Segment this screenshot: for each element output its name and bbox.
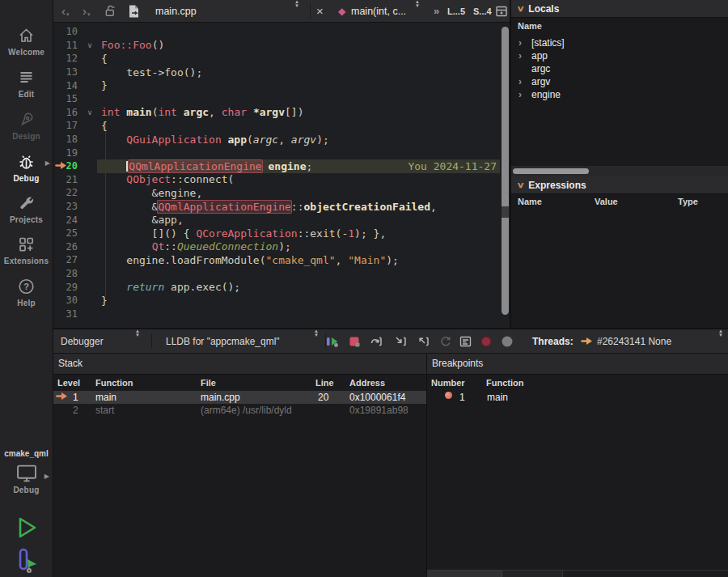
column-header[interactable]: Number [431, 378, 465, 388]
code-line[interactable]: 13 test->foo(); [53, 66, 510, 79]
scroll-segment[interactable] [427, 571, 502, 577]
engine-dropdown-arrows-icon[interactable]: ▲▼ [314, 329, 319, 353]
nav-forward-button[interactable]: › ▾ [83, 0, 91, 22]
code-editor[interactable]: 1011∨Foo::Foo()12{13 test->foo();14}1516… [53, 23, 510, 328]
code-line[interactable]: 20 QQmlApplicationEngine engine;You 2024… [53, 159, 510, 173]
locals-item[interactable]: ›[statics] [511, 36, 728, 49]
debugger-engine-select[interactable]: LLDB for "appcmake_qml" [166, 329, 280, 353]
code-line[interactable]: 22 &engine, [53, 186, 510, 200]
document-type-button[interactable] [126, 0, 141, 22]
line-number[interactable]: 27 [53, 254, 83, 265]
locals-hscrollbar[interactable] [511, 166, 728, 176]
file-dropdown-arrows-icon[interactable]: ▲▼ [294, 0, 299, 22]
line-number[interactable]: 28 [53, 268, 83, 279]
sidebar-item-debug[interactable]: Debug ▶ [0, 152, 53, 183]
debug-context-caret-icon[interactable]: ▶ [45, 159, 50, 167]
line-number[interactable]: 10 [53, 26, 83, 37]
locals-header[interactable]: ∨ Locals [511, 0, 728, 18]
locals-item[interactable]: argc [511, 62, 728, 75]
line-number[interactable]: 13 [53, 66, 83, 78]
code-line[interactable]: 15 [53, 92, 510, 106]
kit-selector[interactable]: Debug ▶ [0, 463, 53, 494]
kit-caret-icon[interactable]: ▶ [44, 473, 49, 480]
code-line[interactable]: 18 QGuiApplication app(argc, argv); [53, 133, 510, 146]
line-number[interactable]: 29 [53, 282, 83, 293]
line-number[interactable]: 18 [53, 134, 83, 145]
code-line[interactable]: 12{ [53, 52, 510, 66]
column-header[interactable]: Function [486, 378, 523, 388]
record-button[interactable] [478, 329, 494, 353]
code-line[interactable]: 19 [53, 146, 510, 159]
close-document-button[interactable]: × [316, 0, 324, 22]
stack-frame-row[interactable]: 2start(arm64e) /usr/lib/dyld0x19891ab98 [53, 404, 426, 417]
thread-select[interactable]: #26243141 None [597, 329, 671, 353]
line-number[interactable]: 17 [53, 120, 83, 131]
line-number[interactable]: 23 [53, 201, 83, 212]
hscrollbar-thumb[interactable] [513, 168, 589, 174]
line-number[interactable]: 30 [53, 295, 83, 306]
start-debug-button[interactable] [0, 547, 53, 575]
current-symbol[interactable]: main(int, c... [351, 0, 406, 22]
column-header[interactable]: Address [349, 378, 385, 388]
locals-item[interactable]: ›app [511, 49, 728, 62]
code-line[interactable]: 14} [53, 78, 510, 92]
code-line[interactable]: 11∨Foo::Foo() [53, 39, 510, 53]
line-number[interactable]: 16 [53, 107, 83, 118]
thread-dropdown-arrows-icon[interactable]: ▲▼ [718, 329, 723, 353]
line-number[interactable]: 15 [53, 93, 83, 104]
stack-frame-row[interactable]: 1mainmain.cpp200x1000061f4 [53, 391, 426, 404]
code-line[interactable]: 21 QObject::connect( [53, 173, 510, 187]
line-number[interactable]: 11 [53, 40, 83, 51]
fold-marker-icon[interactable]: ∨ [83, 108, 97, 117]
column-header[interactable]: Level [57, 378, 80, 388]
mode-dropdown-arrows-icon[interactable]: ▲▼ [135, 329, 140, 353]
snapshot-button[interactable] [499, 329, 515, 353]
line-number[interactable]: 31 [53, 308, 83, 320]
line-number[interactable]: 26 [53, 241, 83, 252]
column-header[interactable]: Name [518, 21, 542, 31]
step-out-button[interactable] [415, 329, 431, 353]
toolbar-overflow-button[interactable]: » [434, 0, 439, 22]
code-line[interactable]: 25 []() { QCoreApplication::exit(-1); }, [53, 227, 510, 240]
editor-scrollbar[interactable] [502, 27, 509, 323]
code-line[interactable]: 30} [53, 294, 510, 308]
code-line[interactable]: 23 &QQmlApplicationEngine::objectCreatio… [53, 200, 510, 214]
stop-button[interactable] [346, 329, 362, 353]
code-line[interactable]: 28 [53, 267, 510, 281]
code-line[interactable]: 26 Qt::QueuedConnection); [53, 240, 510, 254]
column-header[interactable]: Function [95, 378, 133, 388]
line-number[interactable]: 14 [53, 80, 83, 91]
fold-marker-icon[interactable]: ∨ [83, 41, 97, 49]
sidebar-item-edit[interactable]: Edit [0, 68, 53, 99]
code-line[interactable]: 24 &app, [53, 213, 510, 227]
sidebar-item-welcome[interactable]: Welcome [0, 26, 53, 57]
line-number[interactable]: 21 [53, 174, 83, 185]
column-header[interactable]: File [201, 378, 216, 388]
expand-chevron-icon[interactable]: › [518, 37, 531, 49]
column-header[interactable]: Line [315, 378, 334, 388]
debugger-log-button[interactable] [457, 329, 473, 353]
symbol-dropdown-arrows-icon[interactable]: ▲▼ [415, 0, 420, 22]
line-number[interactable]: 25 [53, 227, 83, 239]
code-line[interactable]: 10 [53, 25, 510, 39]
continue-button[interactable] [324, 329, 340, 353]
code-line[interactable]: 17{ [53, 119, 510, 133]
lock-button[interactable] [104, 0, 117, 22]
open-file-name[interactable]: main.cpp [155, 0, 197, 22]
code-line[interactable]: 27 engine.loadFromModule("cmake_qml", "M… [53, 253, 510, 267]
scroll-segment[interactable] [502, 571, 563, 577]
expressions-header[interactable]: ∨ Expressions [511, 176, 728, 194]
run-button[interactable] [0, 515, 53, 541]
nav-back-button[interactable]: ‹ ▾ [61, 0, 70, 22]
debugger-mode-select[interactable]: Debugger [61, 329, 104, 353]
sidebar-item-projects[interactable]: Projects [0, 193, 53, 224]
line-number[interactable]: 12 [53, 53, 83, 64]
locals-item[interactable]: ›argv [511, 75, 728, 88]
restart-button[interactable] [438, 329, 454, 353]
code-line[interactable]: 16∨int main(int argc, char *argv[]) [53, 106, 510, 120]
locals-item[interactable]: ›engine [511, 88, 728, 101]
expand-chevron-icon[interactable]: › [518, 76, 531, 87]
line-number[interactable]: 24 [53, 214, 83, 226]
code-line[interactable]: 29 return app.exec(); [53, 280, 510, 294]
breakpoint-arrow-icon[interactable] [55, 161, 67, 170]
